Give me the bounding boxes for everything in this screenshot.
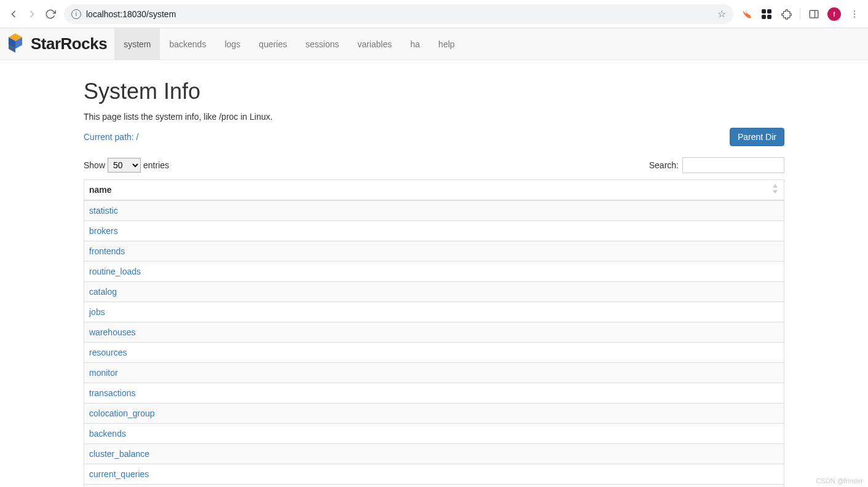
brand[interactable]: StarRocks: [0, 31, 114, 56]
watermark: CSDN @frinder: [816, 477, 863, 485]
table-row: jobs: [84, 302, 784, 322]
extension-swift-icon[interactable]: [741, 8, 753, 20]
forward-button[interactable]: [26, 8, 38, 20]
show-entries: Show 102550100 entries: [84, 158, 169, 173]
system-link-statistic[interactable]: statistic: [89, 206, 118, 216]
content-scroll-area[interactable]: System Info This page lists the system i…: [0, 60, 868, 487]
system-link-colocation_group[interactable]: colocation_group: [89, 408, 155, 418]
svg-point-4: [854, 16, 855, 17]
current-path-label: Current path:: [84, 132, 136, 142]
system-link-warehouses[interactable]: warehouses: [89, 327, 136, 337]
current-path-value: /: [136, 132, 139, 142]
table-cell: colocation_group: [84, 403, 784, 424]
page-description: This page lists the system info, like /p…: [84, 112, 784, 122]
table-row: resources: [84, 343, 784, 363]
table-cell: statistic: [84, 200, 784, 221]
address-bar[interactable]: i ☆: [64, 4, 733, 24]
table-row: monitor: [84, 363, 784, 383]
table-cell: routine_loads: [84, 262, 784, 282]
table-header-name[interactable]: name: [84, 180, 784, 201]
page-title: System Info: [84, 79, 784, 104]
back-button[interactable]: [7, 8, 20, 20]
table-row: cluster_balance: [84, 444, 784, 464]
table-row: backends: [84, 424, 784, 444]
browser-toolbar-right: f: [738, 7, 863, 21]
svg-point-2: [854, 10, 855, 12]
table-controls: Show 102550100 entries Search:: [84, 157, 784, 173]
parent-dir-button[interactable]: Parent Dir: [730, 128, 784, 146]
site-info-icon[interactable]: i: [71, 9, 81, 19]
table-header-label: name: [89, 185, 112, 195]
system-link-current_queries[interactable]: current_queries: [89, 469, 149, 479]
starrocks-logo-icon: [4, 31, 27, 56]
table-row: frontends: [84, 241, 784, 262]
system-link-catalog[interactable]: catalog: [89, 287, 117, 297]
path-row: Current path: / Parent Dir: [84, 128, 784, 146]
brand-text: StarRocks: [31, 34, 107, 53]
table-cell: catalog: [84, 282, 784, 302]
entries-label: entries: [143, 160, 169, 170]
table-cell: current_queries: [84, 464, 784, 485]
nav-item-variables[interactable]: variables: [348, 28, 401, 60]
table-cell: warehouses: [84, 322, 784, 343]
system-link-routine_loads[interactable]: routine_loads: [89, 267, 141, 276]
table-row: stream_loads: [84, 485, 784, 488]
nav-item-queries[interactable]: queries: [250, 28, 296, 60]
table-cell: cluster_balance: [84, 444, 784, 464]
table-cell: brokers: [84, 221, 784, 241]
system-table: name statisticbrokersfrontendsroutine_lo…: [84, 179, 784, 487]
table-row: routine_loads: [84, 262, 784, 282]
nav-items: systembackendslogsqueriessessionsvariabl…: [114, 28, 464, 60]
table-cell: monitor: [84, 363, 784, 383]
system-link-monitor[interactable]: monitor: [89, 368, 118, 378]
table-cell: frontends: [84, 241, 784, 262]
nav-item-backends[interactable]: backends: [160, 28, 215, 60]
nav-item-help[interactable]: help: [429, 28, 464, 60]
svg-point-3: [854, 14, 855, 15]
table-row: current_queries: [84, 464, 784, 485]
table-cell: stream_loads: [84, 485, 784, 488]
system-link-backends[interactable]: backends: [89, 429, 126, 438]
nav-item-ha[interactable]: ha: [401, 28, 430, 60]
current-path[interactable]: Current path: /: [84, 132, 139, 142]
app-navbar: StarRocks systembackendslogsqueriessessi…: [0, 28, 868, 60]
table-row: transactions: [84, 383, 784, 403]
reload-button[interactable]: [44, 8, 57, 20]
extension-grid-icon[interactable]: [760, 8, 773, 20]
table-row: catalog: [84, 282, 784, 302]
browser-chrome: i ☆ f: [0, 0, 868, 28]
system-link-cluster_balance[interactable]: cluster_balance: [89, 449, 149, 459]
entries-select[interactable]: 102550100: [108, 158, 141, 173]
page-container: System Info This page lists the system i…: [84, 60, 784, 487]
search-label: Search:: [649, 160, 679, 170]
nav-item-logs[interactable]: logs: [215, 28, 250, 60]
bookmark-star-icon[interactable]: ☆: [717, 8, 726, 20]
chrome-menu-icon[interactable]: [848, 8, 861, 20]
table-row: colocation_group: [84, 403, 784, 424]
search-box: Search:: [649, 157, 784, 173]
table-row: warehouses: [84, 322, 784, 343]
table-row: statistic: [84, 200, 784, 221]
table-cell: transactions: [84, 383, 784, 403]
search-input[interactable]: [682, 157, 784, 173]
system-link-jobs[interactable]: jobs: [89, 307, 105, 317]
profile-avatar[interactable]: f: [827, 7, 841, 21]
system-link-frontends[interactable]: frontends: [89, 246, 125, 256]
table-cell: backends: [84, 424, 784, 444]
svg-rect-0: [810, 10, 818, 18]
system-link-transactions[interactable]: transactions: [89, 388, 135, 398]
nav-item-sessions[interactable]: sessions: [296, 28, 348, 60]
show-label: Show: [84, 160, 105, 170]
toolbar-divider: [800, 9, 800, 20]
extensions-icon[interactable]: [780, 8, 792, 20]
side-panel-icon[interactable]: [808, 8, 820, 20]
table-row: brokers: [84, 221, 784, 241]
table-cell: resources: [84, 343, 784, 363]
browser-nav-controls: [5, 8, 59, 20]
table-cell: jobs: [84, 302, 784, 322]
system-link-resources[interactable]: resources: [89, 348, 127, 357]
url-input[interactable]: [86, 9, 712, 19]
system-link-brokers[interactable]: brokers: [89, 226, 118, 236]
nav-item-system[interactable]: system: [114, 28, 160, 60]
sort-icon: [771, 184, 779, 196]
